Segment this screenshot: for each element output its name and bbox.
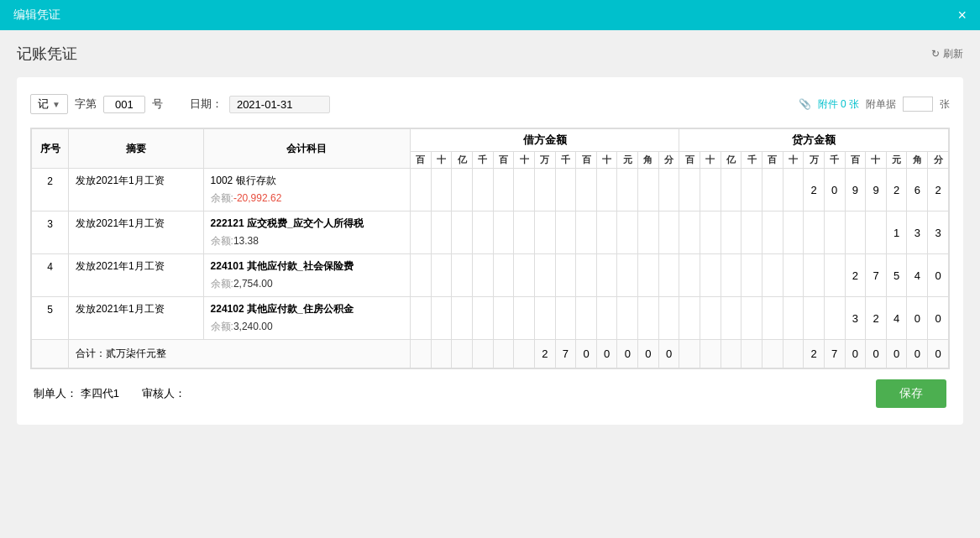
attach-area: 📎 附件 0 张 附单据 张 (799, 97, 950, 112)
credit-digit-qian1: 千 (824, 152, 845, 169)
credit-digit-shi2: 十 (700, 152, 721, 169)
credit-digit-cell: 2 (845, 254, 866, 297)
attach-single-input[interactable] (903, 97, 933, 112)
credit-digit-cell (762, 212, 783, 254)
voucher-number-input[interactable] (103, 96, 145, 113)
attach-icon: 📎 (799, 98, 811, 110)
debit-digit-cell (514, 212, 535, 254)
credit-digit-cell (824, 297, 845, 340)
voucher-card: 记 ▼ 字第 号 日期： 📎 附件 0 张 附单据 张 (17, 77, 963, 425)
debit-digit-cell (596, 297, 617, 340)
credit-digit-jiao: 角 (907, 152, 928, 169)
debit-digit-shi2: 十 (431, 152, 452, 169)
voucher-type-button[interactable]: 记 ▼ (30, 94, 68, 114)
col-header-seq: 序号 (32, 129, 69, 169)
date-label: 日期： (190, 97, 223, 112)
credit-digit-cell: 9 (845, 169, 866, 212)
debit-digit-cell (473, 169, 494, 212)
credit-digit-cell: 0 (824, 169, 845, 212)
refresh-button[interactable]: ↻ 刷新 (931, 47, 963, 61)
row-account: 224102 其他应付款_住房公积金余额:3,240.00 (203, 297, 411, 340)
credit-digit-cell (700, 169, 721, 212)
credit-digit-cell (700, 254, 721, 297)
total-debit-digit (493, 340, 514, 368)
debit-digit-cell (658, 169, 679, 212)
credit-digit-cell (762, 254, 783, 297)
credit-digit-cell (721, 169, 742, 212)
total-debit-digit: 0 (576, 340, 597, 368)
maker-area: 制单人： 李四代1 审核人： (34, 386, 186, 401)
credit-digit-cell: 0 (907, 297, 928, 340)
credit-digit-cell: 4 (907, 254, 928, 297)
total-credit-digit (721, 340, 742, 368)
hao-label: 号 (152, 97, 163, 112)
total-credit-digit (762, 340, 783, 368)
total-debit-digit (431, 340, 452, 368)
debit-digit-fen: 分 (658, 152, 679, 169)
save-button[interactable]: 保存 (876, 379, 946, 408)
credit-digit-bai0: 百 (845, 152, 866, 169)
total-credit-digit: 2 (804, 340, 825, 368)
credit-digit-cell: 0 (928, 254, 949, 297)
credit-digit-cell (804, 297, 825, 340)
credit-digit-cell (804, 212, 825, 254)
credit-digit-cell (742, 254, 763, 297)
debit-digit-cell (493, 297, 514, 340)
debit-digit-cell (534, 212, 555, 254)
total-debit-digit: 0 (617, 340, 638, 368)
debit-digit-cell (514, 169, 535, 212)
debit-digit-cell (473, 254, 494, 297)
credit-digit-cell (679, 297, 700, 340)
credit-digit-wan: 万 (804, 152, 825, 169)
debit-digit-cell (452, 297, 473, 340)
debit-digit-cell (617, 212, 638, 254)
date-input[interactable] (229, 96, 330, 113)
credit-digit-cell (700, 212, 721, 254)
credit-digit-bai2: 百 (679, 152, 700, 169)
credit-digit-cell (679, 169, 700, 212)
col-header-summary: 摘要 (69, 129, 203, 169)
refresh-icon: ↻ (931, 48, 940, 60)
total-debit-digit (411, 340, 432, 368)
total-credit-digit: 7 (824, 340, 845, 368)
debit-digit-cell (452, 212, 473, 254)
credit-digit-cell (783, 297, 804, 340)
credit-digit-cell: 4 (886, 297, 907, 340)
debit-digit-shi0: 十 (596, 152, 617, 169)
debit-digit-wan: 万 (534, 152, 555, 169)
credit-digit-cell: 2 (886, 169, 907, 212)
debit-digit-shi1: 十 (514, 152, 535, 169)
total-credit-digit: 0 (886, 340, 907, 368)
debit-digit-cell (431, 169, 452, 212)
credit-digit-cell (824, 212, 845, 254)
total-debit-digit: 0 (596, 340, 617, 368)
debit-digit-cell (534, 297, 555, 340)
credit-digit-cell (783, 169, 804, 212)
attach-label[interactable]: 附件 0 张 (818, 97, 859, 112)
close-button[interactable]: × (957, 8, 967, 23)
debit-digit-cell (493, 212, 514, 254)
credit-digit-fen: 分 (928, 152, 949, 169)
debit-digit-cell (431, 212, 452, 254)
total-debit-digit (514, 340, 535, 368)
total-credit-digit (700, 340, 721, 368)
modal-body: 记账凭证 ↻ 刷新 记 ▼ 字第 号 日期： 📎 (0, 30, 980, 538)
credit-digit-cell (762, 169, 783, 212)
debit-digit-cell (617, 254, 638, 297)
total-credit-digit: 0 (907, 340, 928, 368)
credit-digit-cell: 6 (907, 169, 928, 212)
total-debit-digit (473, 340, 494, 368)
credit-digit-cell (762, 297, 783, 340)
debit-digit-cell (555, 297, 576, 340)
debit-digit-cell (473, 297, 494, 340)
credit-digit-cell: 2 (804, 169, 825, 212)
credit-digit-cell: 0 (928, 297, 949, 340)
debit-digit-jiao: 角 (638, 152, 659, 169)
debit-digit-cell (493, 169, 514, 212)
debit-digit-cell (576, 169, 597, 212)
debit-digit-cell (638, 212, 659, 254)
debit-digit-cell (493, 254, 514, 297)
debit-digit-cell (473, 212, 494, 254)
voucher-table-wrap: 序号 摘要 会计科目 借方金额 (30, 128, 950, 369)
voucher-controls: 记 ▼ 字第 号 日期： 📎 附件 0 张 附单据 张 (30, 94, 950, 114)
